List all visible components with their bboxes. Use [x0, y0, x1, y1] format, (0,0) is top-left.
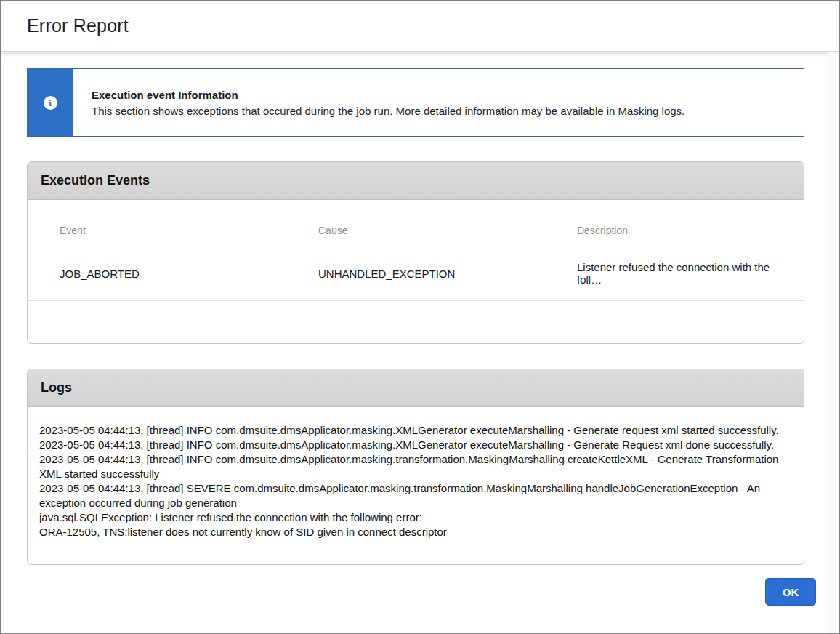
logs-panel: Logs 2023-05-05 04:44:13, [thread] INFO …	[27, 369, 804, 565]
execution-events-panel-title: Execution Events	[41, 173, 150, 188]
column-header-event: Event	[28, 200, 286, 246]
logs-panel-body: 2023-05-05 04:44:13, [thread] INFO com.d…	[28, 407, 804, 564]
column-header-description: Description	[545, 200, 804, 246]
column-header-cause: Cause	[286, 200, 545, 246]
log-line: java.sql.SQLException: Listener refused …	[39, 510, 785, 525]
execution-events-panel-header: Execution Events	[28, 162, 804, 200]
dialog-content: i Execution event Information This secti…	[1, 52, 828, 633]
log-line: 2023-05-05 04:44:13, [thread] INFO com.d…	[39, 423, 785, 438]
info-banner-body: This section shows exceptions that occur…	[92, 105, 684, 117]
execution-events-panel: Execution Events Event Cause Description…	[27, 161, 804, 344]
page-title: Error Report	[27, 15, 129, 36]
ok-button[interactable]: OK	[765, 578, 816, 606]
dialog-footer: OK	[27, 578, 816, 606]
log-line: 2023-05-05 04:44:13, [thread] INFO com.d…	[39, 438, 785, 452]
log-line: 2023-05-05 04:44:13, [thread] INFO com.d…	[39, 452, 785, 481]
table-header-row: Event Cause Description	[28, 200, 804, 246]
info-icon-block: i	[28, 69, 73, 136]
table-spacer	[28, 301, 804, 343]
log-line: ORA-12505, TNS:listener does not current…	[39, 525, 785, 539]
dialog-header: Error Report	[1, 1, 839, 52]
cell-cause: UNHANDLED_EXCEPTION	[286, 246, 545, 301]
info-icon: i	[44, 96, 57, 110]
vertical-scrollbar[interactable]	[828, 52, 839, 633]
info-banner: i Execution event Information This secti…	[27, 68, 804, 137]
info-banner-heading: Execution event Information	[92, 89, 684, 101]
info-banner-text: Execution event Information This section…	[73, 69, 700, 136]
cell-description: Listener refused the connection with the…	[545, 246, 804, 301]
log-line: 2023-05-05 04:44:13, [thread] SEVERE com…	[39, 481, 785, 510]
execution-events-panel-body: Event Cause Description JOB_ABORTED UNHA…	[28, 200, 804, 343]
execution-events-table: Event Cause Description JOB_ABORTED UNHA…	[28, 200, 804, 301]
logs-panel-title: Logs	[41, 380, 72, 395]
logs-panel-header: Logs	[28, 369, 804, 407]
table-row: JOB_ABORTED UNHANDLED_EXCEPTION Listener…	[28, 246, 804, 301]
cell-event: JOB_ABORTED	[28, 246, 286, 301]
error-report-dialog: { "dialog": { "title": "Error Report", "…	[0, 0, 840, 634]
